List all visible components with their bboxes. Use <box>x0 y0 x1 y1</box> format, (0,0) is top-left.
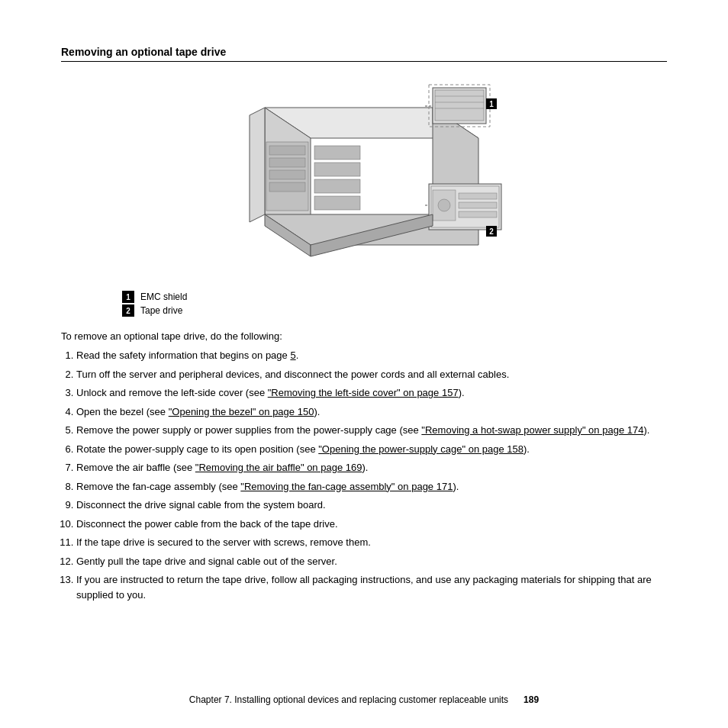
step-5: Remove the power supply or power supplie… <box>76 423 667 438</box>
figure-container: 1 2 <box>61 77 667 275</box>
step-11: If the tape drive is secured to the serv… <box>76 535 667 550</box>
step-6-pre: Rotate the power-supply cage to its open… <box>76 443 318 455</box>
svg-text:1: 1 <box>489 100 494 108</box>
step-8: Remove the fan-cage assembly (see "Remov… <box>76 479 667 494</box>
svg-rect-9 <box>269 158 305 167</box>
step-4: Open the bezel (see "Opening the bezel" … <box>76 404 667 420</box>
step-1-text: Read the safety information that begins … <box>76 350 290 361</box>
step-2-text: Turn off the server and peripheral devic… <box>76 369 509 380</box>
svg-rect-24 <box>459 193 497 199</box>
step-3-pre: Unlock and remove the left-side cover (s… <box>76 387 268 398</box>
step-5-after: ). <box>643 424 649 436</box>
svg-rect-6 <box>314 196 360 210</box>
svg-rect-10 <box>269 170 305 179</box>
step-8-after: ). <box>453 481 459 492</box>
step-3: Unlock and remove the left-side cover (s… <box>76 385 667 401</box>
step-7-after: ). <box>362 462 368 473</box>
step-3-after: ). <box>459 387 465 398</box>
svg-rect-4 <box>314 163 360 176</box>
step-3-link[interactable]: "Removing the left-side cover" on page 1… <box>268 387 459 398</box>
server-illustration: 1 2 <box>204 77 524 275</box>
footer-chapter-text: Chapter 7. Installing optional devices a… <box>189 694 508 705</box>
step-8-link[interactable]: "Removing the fan-cage assembly" on page… <box>240 481 453 492</box>
step-8-pre: Remove the fan-cage assembly (see <box>76 481 240 492</box>
step-10: Disconnect the power cable from the back… <box>76 517 667 532</box>
svg-rect-3 <box>314 146 360 159</box>
callout-legend: 1 EMC shield 2 Tape drive <box>122 291 667 317</box>
svg-point-23 <box>438 199 450 211</box>
callout-badge-1: 1 <box>122 291 134 303</box>
callout-label-1: EMC shield <box>140 292 187 302</box>
step-6-link[interactable]: "Opening the power-supply cage" on page … <box>318 443 523 455</box>
page-footer: Chapter 7. Installing optional devices a… <box>0 694 728 705</box>
step-12-text: Gently pull the tape drive and signal ca… <box>76 556 337 567</box>
intro-text: To remove an optional tape drive, do the… <box>61 330 667 342</box>
svg-rect-26 <box>459 211 497 217</box>
step-12: Gently pull the tape drive and signal ca… <box>76 554 667 569</box>
svg-marker-33 <box>250 108 265 222</box>
step-4-link[interactable]: "Opening the bezel" on page 150 <box>169 406 314 417</box>
page-content: Removing an optional tape drive <box>0 0 728 652</box>
step-4-after: ). <box>314 406 320 417</box>
step-2: Turn off the server and peripheral devic… <box>76 367 667 382</box>
callout-badge-2: 2 <box>122 304 134 317</box>
callout-item-2: 2 Tape drive <box>122 304 667 317</box>
step-13: If you are instructed to return the tape… <box>76 572 667 602</box>
step-1-after: . <box>296 350 299 361</box>
step-6-after: ). <box>523 443 530 455</box>
step-13-text: If you are instructed to return the tape… <box>76 574 652 601</box>
step-5-pre: Remove the power supply or power supplie… <box>76 424 421 436</box>
svg-rect-14 <box>435 90 484 121</box>
svg-text:2: 2 <box>489 227 494 236</box>
callout-item-1: 1 EMC shield <box>122 291 667 303</box>
step-5-link[interactable]: "Removing a hot-swap power supply" on pa… <box>421 424 643 436</box>
step-6: Rotate the power-supply cage to its open… <box>76 442 667 457</box>
step-9: Disconnect the drive signal cable from t… <box>76 498 667 513</box>
svg-rect-5 <box>314 179 360 193</box>
footer-page-number: 189 <box>523 694 539 705</box>
step-7-pre: Remove the air baffle (see <box>76 462 195 473</box>
step-1-link[interactable]: 5 <box>290 350 295 361</box>
step-10-text: Disconnect the power cable from the back… <box>76 518 338 530</box>
step-11-text: If the tape drive is secured to the serv… <box>76 536 371 548</box>
svg-rect-11 <box>269 182 305 192</box>
step-4-pre: Open the bezel (see <box>76 406 169 417</box>
callout-label-2: Tape drive <box>140 305 182 316</box>
svg-rect-8 <box>269 146 305 155</box>
svg-rect-25 <box>459 202 497 208</box>
step-7-link[interactable]: "Removing the air baffle" on page 169 <box>195 462 362 473</box>
steps-list: Read the safety information that begins … <box>76 348 667 602</box>
step-1: Read the safety information that begins … <box>76 348 667 363</box>
step-7: Remove the air baffle (see "Removing the… <box>76 460 667 475</box>
section-title: Removing an optional tape drive <box>61 46 667 62</box>
step-9-text: Disconnect the drive signal cable from t… <box>76 499 326 511</box>
